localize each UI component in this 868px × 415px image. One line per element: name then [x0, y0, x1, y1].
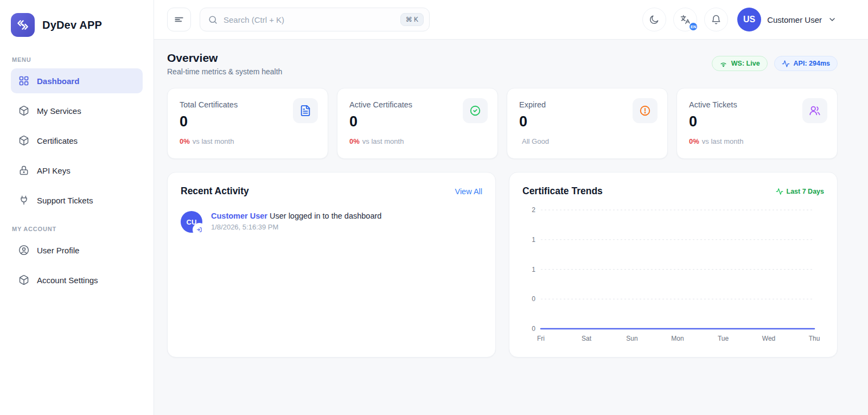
search-box: ⌘ K [200, 8, 430, 31]
activity-icon [782, 60, 790, 68]
stats-grid: Total Certificates 0 0%vs last month Act… [167, 88, 838, 159]
package-icon [18, 135, 29, 146]
user-name: Customer User [767, 15, 822, 24]
svg-text:Fri: Fri [537, 335, 545, 342]
notifications-button[interactable] [704, 8, 728, 31]
svg-text:Wed: Wed [762, 335, 775, 342]
chevron-down-icon [828, 15, 837, 24]
activity-content: Customer User User logged in to the dash… [211, 211, 381, 233]
svg-text:1: 1 [532, 266, 535, 273]
api-latency-badge: API: 294ms [774, 56, 838, 71]
chart-range-label: Last 7 Days [776, 188, 824, 195]
menu-section-label: MENU [12, 56, 154, 63]
api-latency-label: API: 294ms [794, 60, 830, 67]
certificate-trends-header: Certificate Trends Last 7 Days [522, 186, 824, 197]
search-input[interactable] [224, 15, 395, 24]
certificate-trends-panel: Certificate Trends Last 7 Days 00112FriS… [509, 172, 838, 357]
recent-activity-header: Recent Activity View All [181, 186, 482, 197]
sidebar-account-menu: User Profile Account Settings [0, 238, 154, 292]
certificate-trends-title: Certificate Trends [522, 186, 603, 197]
svg-text:Mon: Mon [671, 335, 684, 342]
svg-text:0: 0 [532, 295, 535, 303]
topbar: ⌘ K EN [154, 0, 868, 40]
sidebar-item-api-keys[interactable]: API Keys [11, 158, 143, 183]
panels-row: Recent Activity View All CU [167, 172, 838, 357]
app-logo[interactable]: DyDev APP [0, 0, 154, 42]
account-section-label: MY ACCOUNT [12, 226, 154, 232]
websocket-status-label: WS: Live [731, 60, 760, 67]
activity-actor: Customer User [211, 212, 267, 220]
stat-icon-tile [802, 98, 827, 123]
stat-delta: 0% [349, 137, 360, 145]
sidebar-item-label: Certificates [37, 136, 78, 145]
websocket-status-badge: WS: Live [712, 56, 768, 71]
bell-icon [711, 14, 722, 25]
stat-footnote: All Good [519, 137, 655, 145]
stat-footnote: 0%vs last month [689, 137, 825, 145]
chart-range-text: Last 7 Days [787, 188, 824, 195]
app-root: DyDev APP MENU Dashboard My Services [0, 0, 868, 415]
login-badge [194, 224, 205, 235]
user-menu[interactable]: US Customer User [737, 8, 837, 31]
page-header: Overview Real-time metrics & system heal… [167, 52, 838, 76]
activity-action: User logged in to the dashboard [270, 212, 381, 220]
dark-mode-toggle[interactable] [642, 8, 666, 31]
log-in-icon [196, 227, 202, 233]
certificate-trends-chart: 00112FriSatSunMonTueWedThu [522, 202, 824, 344]
page-subtitle: Real-time metrics & system health [167, 67, 282, 76]
activity-timestamp: 1/8/2026, 5:16:39 PM [211, 223, 381, 231]
svg-text:2: 2 [532, 206, 535, 214]
sidebar-toggle-button[interactable] [167, 8, 191, 31]
plug-icon [18, 195, 29, 206]
wifi-icon [719, 60, 727, 68]
sidebar-item-support-tickets[interactable]: Support Tickets [11, 188, 143, 213]
content-column: ⌘ K EN [154, 0, 868, 415]
svg-text:Tue: Tue [718, 335, 729, 342]
stat-foot-text: vs last month [193, 137, 234, 145]
stat-card-active-tickets: Active Tickets 0 0%vs last month [676, 88, 838, 159]
stat-icon-tile [293, 98, 318, 123]
sidebar-menu: Dashboard My Services Certificates [0, 68, 154, 213]
sidebar-item-user-profile[interactable]: User Profile [11, 238, 143, 263]
sidebar: DyDev APP MENU Dashboard My Services [0, 0, 154, 415]
svg-text:0: 0 [532, 325, 535, 333]
activity-icon [776, 188, 783, 195]
status-badges: WS: Live API: 294ms [712, 56, 838, 71]
search-shortcut-kbd: ⌘ K [400, 13, 424, 26]
svg-text:1: 1 [532, 236, 535, 244]
svg-text:Sat: Sat [582, 335, 592, 342]
stat-footnote: 0%vs last month [180, 137, 316, 145]
stat-footnote: 0%vs last month [349, 137, 486, 145]
stat-icon-tile [633, 98, 658, 123]
menu-icon [174, 14, 184, 25]
main-content: Overview Real-time metrics & system heal… [154, 40, 868, 415]
stat-foot-text: vs last month [362, 137, 404, 145]
search-icon [208, 15, 218, 25]
stat-card-total-certificates: Total Certificates 0 0%vs last month [167, 88, 328, 159]
activity-avatar: CU [181, 211, 202, 233]
activity-item: CU Customer User User logged in to the d… [181, 211, 482, 233]
stat-delta: 0% [180, 137, 190, 145]
user-circle-icon [18, 245, 29, 256]
svg-text:Thu: Thu [809, 335, 820, 342]
sidebar-item-my-services[interactable]: My Services [11, 98, 143, 123]
sidebar-item-label: My Services [37, 106, 81, 116]
page-title: Overview [167, 52, 282, 65]
stat-foot-text: vs last month [702, 137, 744, 145]
language-badge: EN [688, 22, 698, 31]
alert-circle-icon [639, 105, 651, 117]
grid-icon [18, 75, 29, 86]
sidebar-item-label: User Profile [37, 246, 79, 255]
sidebar-item-account-settings[interactable]: Account Settings [11, 267, 143, 292]
sidebar-item-dashboard[interactable]: Dashboard [11, 68, 143, 93]
recent-activity-title: Recent Activity [181, 186, 249, 197]
stat-icon-tile [463, 98, 488, 123]
app-title: DyDev APP [42, 19, 102, 31]
stat-foot-text: All Good [522, 137, 549, 145]
lock-icon [18, 165, 29, 176]
view-all-link[interactable]: View All [455, 187, 482, 196]
sidebar-item-label: Dashboard [37, 76, 79, 86]
language-switcher[interactable]: EN [673, 8, 697, 31]
sidebar-item-certificates[interactable]: Certificates [11, 128, 143, 153]
recent-activity-panel: Recent Activity View All CU [167, 172, 496, 357]
